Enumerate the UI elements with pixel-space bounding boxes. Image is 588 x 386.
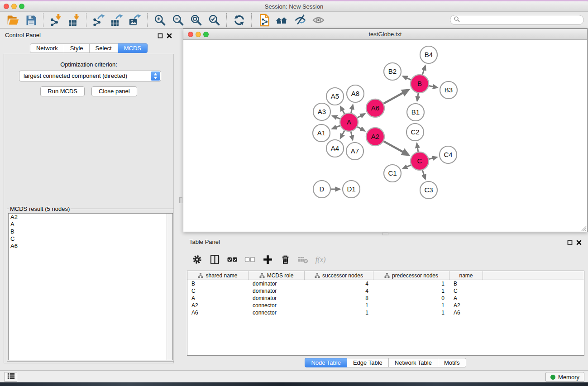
table-row[interactable]: Bdominator41B: [187, 280, 584, 287]
graph-edge-B-B1[interactable]: [417, 93, 418, 101]
tab-mcds[interactable]: MCDS: [118, 43, 148, 53]
zoom-fit-icon[interactable]: [187, 13, 205, 27]
close-window-button[interactable]: [4, 4, 9, 9]
network-canvas-svg[interactable]: AA1A2A3A4A5A6A7A8BB1B2B3B4CC1C2C3C4DD1: [183, 40, 587, 232]
tab-edge-table[interactable]: Edge Table: [347, 358, 389, 367]
graph-node-C1[interactable]: C1: [384, 165, 401, 182]
tab-network[interactable]: Network: [30, 43, 64, 53]
add-icon[interactable]: [261, 253, 274, 266]
float-panel-icon[interactable]: [158, 32, 163, 38]
graph-edge-C-C3[interactable]: [422, 170, 425, 179]
select-all-icon[interactable]: [225, 253, 239, 266]
show-panels-icon[interactable]: [309, 13, 327, 27]
network-close-button[interactable]: [188, 32, 193, 37]
table-row[interactable]: A2connector11A2: [187, 302, 584, 309]
column-header-name[interactable]: name: [449, 271, 483, 280]
graph-node-A7[interactable]: A7: [346, 143, 363, 160]
open-folder-icon[interactable]: [4, 13, 22, 27]
result-list-item[interactable]: A: [9, 221, 172, 228]
graph-node-C3[interactable]: C3: [420, 181, 437, 199]
graph-node-A6[interactable]: A6: [366, 99, 384, 117]
home-icon[interactable]: [273, 13, 291, 27]
vertical-splitter-handle[interactable]: [179, 197, 182, 203]
zoom-selected-icon[interactable]: [205, 13, 223, 27]
graph-edge-A-A6[interactable]: [358, 114, 365, 118]
mcds-result-list[interactable]: A2ABCA6: [8, 213, 173, 360]
close-panel-icon[interactable]: [167, 32, 172, 38]
graph-node-B1[interactable]: B1: [407, 104, 424, 121]
graph-node-A3[interactable]: A3: [313, 103, 330, 120]
tab-select[interactable]: Select: [90, 43, 118, 53]
refresh-icon[interactable]: [230, 13, 248, 27]
column-header-shared-name[interactable]: shared name: [187, 271, 249, 280]
graph-edge-A-A3[interactable]: [333, 116, 340, 119]
graph-node-A8[interactable]: A8: [347, 85, 364, 102]
export-network-icon[interactable]: [90, 13, 108, 27]
zoom-out-icon[interactable]: [169, 13, 187, 27]
delete-icon[interactable]: [278, 253, 292, 266]
close-panel-button[interactable]: Close panel: [91, 86, 137, 96]
import-table-icon[interactable]: [65, 13, 83, 27]
search-input[interactable]: [460, 17, 583, 23]
search-box[interactable]: [450, 15, 584, 25]
table-row[interactable]: Cdominator41C: [187, 287, 584, 295]
column-header-mcds-role[interactable]: MCDS role: [249, 271, 305, 280]
graph-node-C[interactable]: C: [411, 152, 429, 170]
graph-edge-A-A2[interactable]: [357, 127, 364, 131]
minimize-window-button[interactable]: [11, 4, 17, 9]
graph-edge-C-C4[interactable]: [429, 157, 437, 159]
graph-edge-B-B2[interactable]: [403, 76, 411, 80]
graph-edge-C-C2[interactable]: [417, 143, 418, 152]
export-image-icon[interactable]: [126, 13, 144, 27]
result-list-item[interactable]: B: [9, 228, 172, 235]
graph-edge-A-A8[interactable]: [351, 105, 353, 113]
graph-edge-B-B4[interactable]: [422, 66, 425, 75]
tab-style[interactable]: Style: [64, 43, 90, 53]
save-session-icon[interactable]: [22, 13, 40, 27]
network-from-file-icon[interactable]: [255, 13, 273, 27]
graph-node-A1[interactable]: A1: [313, 124, 330, 142]
settings-gear-icon[interactable]: [190, 253, 204, 266]
graph-node-C4[interactable]: C4: [440, 146, 457, 163]
optimization-criterion-select[interactable]: largest connected component (directed): [19, 71, 161, 81]
graph-edge-B-B3[interactable]: [429, 86, 438, 87]
column-header-predecessor-nodes[interactable]: predecessor nodes: [373, 271, 449, 280]
horizontal-splitter-handle[interactable]: [382, 232, 388, 235]
deselect-all-icon[interactable]: [243, 253, 257, 266]
graph-node-A2[interactable]: A2: [366, 128, 384, 146]
result-list-item[interactable]: A6: [9, 243, 172, 250]
result-list-item[interactable]: C: [9, 235, 172, 243]
result-list-scrollbar[interactable]: [167, 214, 172, 360]
export-table-icon[interactable]: [108, 13, 126, 27]
resize-grip-icon[interactable]: [580, 225, 587, 231]
table-close-panel-icon[interactable]: [576, 239, 582, 244]
run-mcds-button[interactable]: Run MCDS: [40, 86, 85, 96]
import-network-icon[interactable]: [47, 13, 65, 27]
memory-button[interactable]: Memory: [545, 372, 584, 382]
table-float-panel-icon[interactable]: [567, 239, 573, 244]
task-history-button[interactable]: [5, 372, 17, 382]
network-minimize-button[interactable]: [196, 32, 201, 37]
graph-node-A[interactable]: A: [340, 113, 358, 131]
zoom-window-button[interactable]: [19, 4, 24, 9]
tab-node-table[interactable]: Node Table: [305, 358, 347, 367]
table-row[interactable]: Adominator80A: [187, 295, 584, 302]
graph-node-B3[interactable]: B3: [440, 81, 457, 99]
network-zoom-button[interactable]: [203, 32, 209, 37]
graph-edge-A-A5[interactable]: [340, 106, 344, 114]
graph-edge-A-A7[interactable]: [351, 132, 353, 140]
graph-node-D1[interactable]: D1: [343, 181, 360, 198]
graph-edge-C-C1[interactable]: [403, 165, 411, 169]
graph-node-D[interactable]: D: [313, 181, 330, 198]
columns-icon[interactable]: [208, 253, 221, 266]
graph-node-C2[interactable]: C2: [406, 124, 424, 141]
column-header-successor-nodes[interactable]: successor nodes: [305, 271, 373, 280]
hide-panels-icon[interactable]: [291, 13, 309, 27]
graph-edge-A6-B[interactable]: [383, 90, 408, 104]
graph-node-A4[interactable]: A4: [326, 140, 344, 157]
zoom-in-icon[interactable]: [151, 13, 169, 27]
graph-edge-A-A4[interactable]: [340, 131, 344, 138]
tab-network-table[interactable]: Network Table: [389, 358, 438, 367]
table-row[interactable]: A6connector11A6: [187, 309, 584, 316]
graph-edge-A-A1[interactable]: [332, 126, 340, 129]
